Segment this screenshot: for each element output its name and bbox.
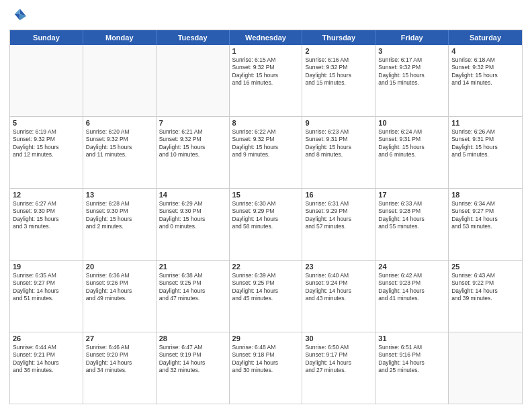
calendar-row: 5Sunrise: 6:19 AM Sunset: 9:32 PM Daylig…	[10, 117, 522, 189]
calendar-cell: 14Sunrise: 6:29 AM Sunset: 9:30 PM Dayli…	[157, 189, 230, 260]
cell-text: Sunrise: 6:33 AM Sunset: 9:28 PM Dayligh…	[378, 200, 445, 231]
calendar-cell: 23Sunrise: 6:40 AM Sunset: 9:24 PM Dayli…	[302, 261, 375, 332]
day-number: 5	[13, 119, 80, 127]
day-number: 4	[451, 47, 519, 55]
calendar-cell: 13Sunrise: 6:28 AM Sunset: 9:30 PM Dayli…	[83, 189, 157, 260]
cell-text: Sunrise: 6:19 AM Sunset: 9:32 PM Dayligh…	[13, 128, 80, 159]
calendar-cell: 4Sunrise: 6:18 AM Sunset: 9:32 PM Daylig…	[449, 45, 522, 116]
day-number: 26	[13, 334, 80, 342]
calendar: SundayMondayTuesdayWednesdayThursdayFrid…	[9, 30, 523, 404]
calendar-cell: 24Sunrise: 6:42 AM Sunset: 9:23 PM Dayli…	[375, 261, 449, 332]
calendar-cell: 15Sunrise: 6:30 AM Sunset: 9:29 PM Dayli…	[230, 189, 303, 260]
day-number: 30	[305, 334, 372, 342]
calendar-cell	[449, 332, 522, 404]
day-number: 8	[232, 119, 300, 127]
day-number: 19	[13, 263, 80, 271]
cell-text: Sunrise: 6:35 AM Sunset: 9:27 PM Dayligh…	[13, 272, 80, 303]
day-number: 16	[305, 191, 372, 199]
day-number: 15	[232, 191, 300, 199]
cell-text: Sunrise: 6:44 AM Sunset: 9:21 PM Dayligh…	[13, 344, 80, 375]
cell-text: Sunrise: 6:18 AM Sunset: 9:32 PM Dayligh…	[451, 56, 519, 87]
cell-text: Sunrise: 6:16 AM Sunset: 9:32 PM Dayligh…	[305, 56, 372, 87]
cell-text: Sunrise: 6:17 AM Sunset: 9:32 PM Dayligh…	[378, 56, 445, 87]
calendar-cell: 5Sunrise: 6:19 AM Sunset: 9:32 PM Daylig…	[10, 117, 83, 188]
day-number: 14	[159, 191, 226, 199]
calendar-cell: 25Sunrise: 6:43 AM Sunset: 9:22 PM Dayli…	[449, 261, 522, 332]
cell-text: Sunrise: 6:24 AM Sunset: 9:31 PM Dayligh…	[378, 128, 445, 159]
cell-text: Sunrise: 6:30 AM Sunset: 9:29 PM Dayligh…	[232, 200, 300, 231]
cell-text: Sunrise: 6:43 AM Sunset: 9:22 PM Dayligh…	[451, 272, 519, 303]
calendar-header-cell: Saturday	[449, 30, 522, 45]
calendar-header-cell: Wednesday	[230, 30, 303, 45]
cell-text: Sunrise: 6:39 AM Sunset: 9:25 PM Dayligh…	[232, 272, 300, 303]
calendar-row: 19Sunrise: 6:35 AM Sunset: 9:27 PM Dayli…	[10, 261, 522, 332]
day-number: 31	[378, 334, 445, 342]
calendar-cell: 16Sunrise: 6:31 AM Sunset: 9:29 PM Dayli…	[302, 189, 375, 260]
cell-text: Sunrise: 6:22 AM Sunset: 9:32 PM Dayligh…	[232, 128, 300, 159]
calendar-cell: 7Sunrise: 6:21 AM Sunset: 9:32 PM Daylig…	[157, 117, 230, 188]
cell-text: Sunrise: 6:27 AM Sunset: 9:30 PM Dayligh…	[13, 200, 80, 231]
calendar-cell: 2Sunrise: 6:16 AM Sunset: 9:32 PM Daylig…	[302, 45, 375, 116]
day-number: 24	[378, 263, 445, 271]
calendar-header: SundayMondayTuesdayWednesdayThursdayFrid…	[10, 30, 522, 45]
day-number: 11	[451, 119, 519, 127]
calendar-cell	[83, 45, 157, 116]
calendar-cell: 26Sunrise: 6:44 AM Sunset: 9:21 PM Dayli…	[10, 332, 83, 404]
calendar-cell	[10, 45, 83, 116]
calendar-cell: 28Sunrise: 6:47 AM Sunset: 9:19 PM Dayli…	[157, 332, 230, 404]
calendar-cell	[157, 45, 230, 116]
cell-text: Sunrise: 6:21 AM Sunset: 9:32 PM Dayligh…	[159, 128, 226, 159]
day-number: 28	[159, 334, 226, 342]
day-number: 12	[13, 191, 80, 199]
day-number: 7	[159, 119, 226, 127]
cell-text: Sunrise: 6:20 AM Sunset: 9:32 PM Dayligh…	[86, 128, 153, 159]
calendar-cell: 3Sunrise: 6:17 AM Sunset: 9:32 PM Daylig…	[375, 45, 449, 116]
cell-text: Sunrise: 6:42 AM Sunset: 9:23 PM Dayligh…	[378, 272, 445, 303]
day-number: 23	[305, 263, 372, 271]
logo	[9, 7, 31, 26]
cell-text: Sunrise: 6:48 AM Sunset: 9:18 PM Dayligh…	[232, 344, 300, 375]
cell-text: Sunrise: 6:34 AM Sunset: 9:27 PM Dayligh…	[451, 200, 519, 231]
day-number: 10	[378, 119, 445, 127]
cell-text: Sunrise: 6:29 AM Sunset: 9:30 PM Dayligh…	[159, 200, 226, 231]
calendar-cell: 9Sunrise: 6:23 AM Sunset: 9:31 PM Daylig…	[302, 117, 375, 188]
day-number: 27	[86, 334, 153, 342]
day-number: 22	[232, 263, 300, 271]
calendar-cell: 30Sunrise: 6:50 AM Sunset: 9:17 PM Dayli…	[302, 332, 375, 404]
cell-text: Sunrise: 6:51 AM Sunset: 9:16 PM Dayligh…	[378, 344, 445, 375]
day-number: 13	[86, 191, 153, 199]
day-number: 21	[159, 263, 226, 271]
calendar-header-cell: Friday	[375, 30, 449, 45]
day-number: 3	[378, 47, 445, 55]
cell-text: Sunrise: 6:38 AM Sunset: 9:25 PM Dayligh…	[159, 272, 226, 303]
calendar-cell: 21Sunrise: 6:38 AM Sunset: 9:25 PM Dayli…	[157, 261, 230, 332]
day-number: 2	[305, 47, 372, 55]
cell-text: Sunrise: 6:46 AM Sunset: 9:20 PM Dayligh…	[86, 344, 153, 375]
calendar-cell: 10Sunrise: 6:24 AM Sunset: 9:31 PM Dayli…	[375, 117, 449, 188]
day-number: 17	[378, 191, 445, 199]
day-number: 1	[232, 47, 300, 55]
calendar-cell: 6Sunrise: 6:20 AM Sunset: 9:32 PM Daylig…	[83, 117, 157, 188]
day-number: 18	[451, 191, 519, 199]
day-number: 20	[86, 263, 153, 271]
calendar-row: 1Sunrise: 6:15 AM Sunset: 9:32 PM Daylig…	[10, 45, 522, 117]
calendar-row: 12Sunrise: 6:27 AM Sunset: 9:30 PM Dayli…	[10, 189, 522, 261]
calendar-body: 1Sunrise: 6:15 AM Sunset: 9:32 PM Daylig…	[10, 45, 522, 404]
header	[9, 7, 523, 26]
day-number: 9	[305, 119, 372, 127]
cell-text: Sunrise: 6:28 AM Sunset: 9:30 PM Dayligh…	[86, 200, 153, 231]
calendar-cell: 8Sunrise: 6:22 AM Sunset: 9:32 PM Daylig…	[230, 117, 303, 188]
cell-text: Sunrise: 6:31 AM Sunset: 9:29 PM Dayligh…	[305, 200, 372, 231]
svg-marker-1	[15, 9, 20, 14]
calendar-cell: 22Sunrise: 6:39 AM Sunset: 9:25 PM Dayli…	[230, 261, 303, 332]
calendar-cell: 27Sunrise: 6:46 AM Sunset: 9:20 PM Dayli…	[83, 332, 157, 404]
calendar-cell: 12Sunrise: 6:27 AM Sunset: 9:30 PM Dayli…	[10, 189, 83, 260]
day-number: 25	[451, 263, 519, 271]
cell-text: Sunrise: 6:50 AM Sunset: 9:17 PM Dayligh…	[305, 344, 372, 375]
calendar-header-cell: Monday	[83, 30, 157, 45]
svg-marker-2	[15, 14, 20, 20]
cell-text: Sunrise: 6:15 AM Sunset: 9:32 PM Dayligh…	[232, 56, 300, 87]
cell-text: Sunrise: 6:23 AM Sunset: 9:31 PM Dayligh…	[305, 128, 372, 159]
day-number: 6	[86, 119, 153, 127]
calendar-cell: 1Sunrise: 6:15 AM Sunset: 9:32 PM Daylig…	[230, 45, 303, 116]
